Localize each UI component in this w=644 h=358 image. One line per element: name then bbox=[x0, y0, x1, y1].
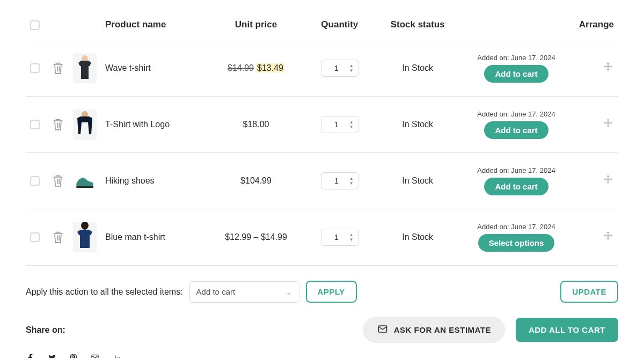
product-thumb[interactable] bbox=[73, 222, 97, 252]
qty-down-icon[interactable]: ▼ bbox=[348, 125, 355, 129]
added-date: Added on: June 17, 2024 bbox=[467, 223, 566, 231]
qty-up-icon[interactable]: ▲ bbox=[348, 233, 355, 237]
added-date: Added on: June 17, 2024 bbox=[467, 54, 566, 62]
move-icon[interactable] bbox=[602, 118, 614, 129]
whatsapp-icon[interactable] bbox=[112, 353, 121, 358]
stock-status: In Stock bbox=[402, 176, 433, 185]
product-thumb[interactable] bbox=[73, 166, 97, 196]
product-name[interactable]: Blue man t-shirt bbox=[105, 232, 165, 242]
product-thumb[interactable] bbox=[73, 109, 97, 140]
quantity-value: 1 bbox=[325, 177, 348, 185]
added-date: Added on: June 17, 2024 bbox=[467, 166, 566, 174]
bulk-action-select[interactable]: Add to cart ⌄ bbox=[189, 281, 299, 303]
move-icon[interactable] bbox=[602, 174, 614, 186]
share-icons bbox=[26, 343, 618, 358]
qty-down-icon[interactable]: ▼ bbox=[348, 69, 355, 73]
select-all-checkbox[interactable] bbox=[30, 20, 40, 30]
email-icon[interactable] bbox=[90, 353, 100, 358]
trash-icon[interactable] bbox=[52, 118, 64, 131]
quantity-value: 1 bbox=[325, 120, 348, 129]
price: $12.99 – $14.99 bbox=[225, 232, 287, 242]
pinterest-icon[interactable] bbox=[69, 353, 78, 358]
quantity-stepper[interactable]: 1 ▲▼ bbox=[321, 172, 358, 189]
qty-down-icon[interactable]: ▼ bbox=[348, 181, 355, 186]
product-name[interactable]: T-Shirt with Logo bbox=[105, 120, 170, 129]
table-row: Blue man t-shirt $12.99 – $14.99 1 ▲▼ In… bbox=[26, 209, 618, 266]
row-checkbox[interactable] bbox=[30, 120, 40, 129]
quantity-stepper[interactable]: 1 ▲▼ bbox=[321, 229, 358, 246]
table-row: T-Shirt with Logo $18.00 1 ▲▼ In Stock A… bbox=[26, 97, 618, 153]
wishlist-table: Product name Unit price Quantity Stock s… bbox=[26, 13, 618, 265]
facebook-icon[interactable] bbox=[26, 353, 35, 358]
orig-price: $14.99 bbox=[228, 63, 254, 72]
select-options-button[interactable]: Select options bbox=[478, 234, 555, 252]
row-checkbox[interactable] bbox=[30, 176, 40, 186]
quantity-value: 1 bbox=[325, 64, 348, 72]
table-row: Wave t-shirt $14.99$13.49 1 ▲▼ In Stock … bbox=[26, 40, 618, 97]
move-icon[interactable] bbox=[602, 230, 614, 242]
add-to-cart-button[interactable]: Add to cart bbox=[484, 121, 548, 139]
stock-status: In Stock bbox=[402, 232, 433, 242]
qty-up-icon[interactable]: ▲ bbox=[348, 64, 355, 68]
col-arrange: Arrange bbox=[570, 13, 618, 40]
quantity-stepper[interactable]: 1 ▲▼ bbox=[321, 116, 358, 133]
apply-button[interactable]: APPLY bbox=[306, 281, 357, 303]
table-row: Hiking shoes $104.99 1 ▲▼ In Stock Added… bbox=[26, 153, 618, 209]
mail-icon bbox=[377, 324, 389, 335]
chevron-down-icon: ⌄ bbox=[286, 287, 292, 297]
row-checkbox[interactable] bbox=[30, 63, 40, 73]
bulk-label: Apply this action to all the selected it… bbox=[26, 287, 183, 297]
qty-up-icon[interactable]: ▲ bbox=[348, 120, 355, 125]
quantity-value: 1 bbox=[325, 233, 348, 242]
row-checkbox[interactable] bbox=[30, 232, 40, 242]
trash-icon[interactable] bbox=[52, 174, 64, 188]
trash-icon[interactable] bbox=[52, 230, 64, 244]
product-name[interactable]: Hiking shoes bbox=[105, 176, 155, 185]
add-to-cart-button[interactable]: Add to cart bbox=[484, 178, 548, 195]
bulk-action-selected: Add to cart bbox=[196, 287, 236, 296]
update-button[interactable]: UPDATE bbox=[560, 281, 618, 303]
bulk-actions: Apply this action to all the selected it… bbox=[26, 266, 618, 303]
twitter-icon[interactable] bbox=[47, 353, 57, 358]
move-icon[interactable] bbox=[602, 61, 614, 73]
col-quantity: Quantity bbox=[306, 13, 372, 40]
product-name[interactable]: Wave t-shirt bbox=[105, 63, 151, 72]
price: $18.00 bbox=[243, 120, 269, 129]
add-to-cart-button[interactable]: Add to cart bbox=[484, 65, 548, 83]
product-thumb[interactable] bbox=[73, 53, 97, 83]
added-date: Added on: June 17, 2024 bbox=[467, 110, 566, 118]
price: $104.99 bbox=[240, 176, 272, 185]
col-stock-status: Stock status bbox=[372, 13, 463, 40]
share-label: Share on: bbox=[26, 325, 65, 335]
quantity-stepper[interactable]: 1 ▲▼ bbox=[321, 60, 358, 77]
col-unit-price: Unit price bbox=[206, 13, 306, 40]
ask-estimate-button[interactable]: ASK FOR AN ESTIMATE bbox=[363, 317, 505, 343]
qty-up-icon[interactable]: ▲ bbox=[348, 177, 355, 181]
qty-down-icon[interactable]: ▼ bbox=[348, 238, 355, 242]
trash-icon[interactable] bbox=[52, 61, 64, 75]
add-all-button[interactable]: ADD ALL TO CART bbox=[516, 318, 618, 342]
col-product-name: Product name bbox=[101, 13, 206, 40]
sale-price: $13.49 bbox=[256, 63, 284, 72]
stock-status: In Stock bbox=[402, 63, 433, 72]
stock-status: In Stock bbox=[402, 120, 433, 129]
